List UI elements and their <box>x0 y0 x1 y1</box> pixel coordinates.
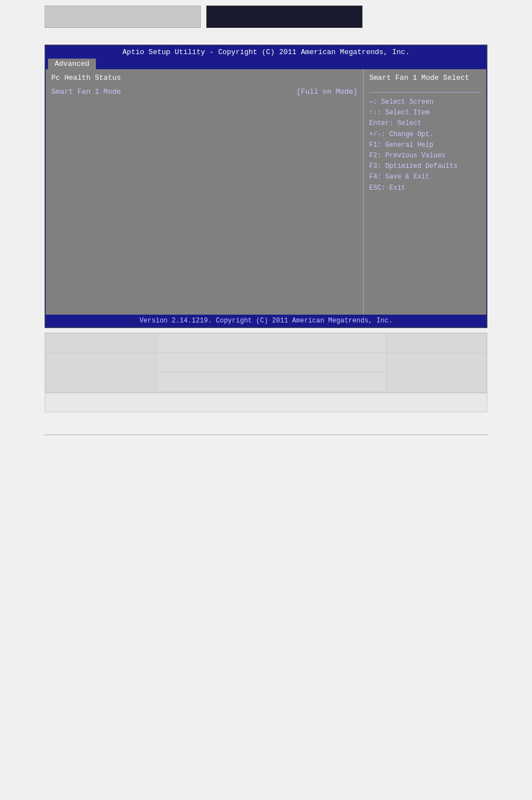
bios-item-smartfan[interactable]: Smart Fan 1 Mode [Full on Mode] <box>51 86 357 97</box>
bios-main: Pc Health Status Smart Fan 1 Mode [Full … <box>46 69 486 315</box>
table-cell <box>157 373 386 392</box>
top-header-left-bar <box>45 6 201 28</box>
below-bios-table-container <box>45 332 487 393</box>
bios-key-f4: F4: Save & Exit <box>369 172 481 182</box>
below-table <box>45 333 487 392</box>
bios-key-select-item: ↑↓: Select Item <box>369 108 481 118</box>
bios-item-smartfan-value: [Full on Mode] <box>297 88 357 96</box>
page-wrapper: Aptio Setup Utility - Copyright (C) 2011… <box>0 0 532 800</box>
bios-footer-text: Version 2.14.1219. Copyright (C) 2011 Am… <box>139 317 393 325</box>
below-footer-bar <box>45 393 487 412</box>
top-header <box>0 0 532 33</box>
table-row <box>46 334 487 353</box>
bios-section-title: Pc Health Status <box>51 74 357 82</box>
bios-tab-advanced[interactable]: Advanced <box>48 59 96 69</box>
bios-right-panel: Smart Fan 1 Mode Select ↔: Select Screen… <box>364 69 486 315</box>
bios-keys: ↔: Select Screen ↑↓: Select Item Enter: … <box>369 97 481 194</box>
bios-help-title: Smart Fan 1 Mode Select <box>369 74 481 82</box>
bios-key-change-opt: +/-: Change Opt. <box>369 129 481 140</box>
bios-key-esc: ESC: Exit <box>369 183 481 194</box>
bios-key-f1: F1: General Help <box>369 140 481 151</box>
bios-container: Aptio Setup Utility - Copyright (C) 2011… <box>45 45 487 328</box>
table-row <box>46 353 487 373</box>
bios-tabbar: Advanced <box>46 59 486 69</box>
bios-key-f3: F3: Optimized Defaults <box>369 161 481 172</box>
bios-key-enter: Enter: Select <box>369 118 481 129</box>
bios-title-text: Aptio Setup Utility - Copyright (C) 2011… <box>123 48 410 56</box>
bios-item-smartfan-label: Smart Fan 1 Mode <box>51 88 121 96</box>
top-header-right-bar <box>206 6 362 28</box>
table-cell <box>46 334 157 353</box>
table-cell <box>157 353 386 373</box>
bios-footer: Version 2.14.1219. Copyright (C) 2011 Am… <box>46 315 486 327</box>
table-cell <box>157 334 386 353</box>
bios-divider <box>369 92 481 93</box>
table-cell <box>386 334 487 353</box>
bios-title: Aptio Setup Utility - Copyright (C) 2011… <box>46 46 486 59</box>
bios-key-select-screen: ↔: Select Screen <box>369 97 481 108</box>
table-cell <box>46 353 157 392</box>
table-cell <box>386 353 487 392</box>
bios-left-panel: Pc Health Status Smart Fan 1 Mode [Full … <box>46 69 364 315</box>
bottom-divider <box>45 435 487 435</box>
bios-key-f2: F2: Previous Values <box>369 151 481 161</box>
